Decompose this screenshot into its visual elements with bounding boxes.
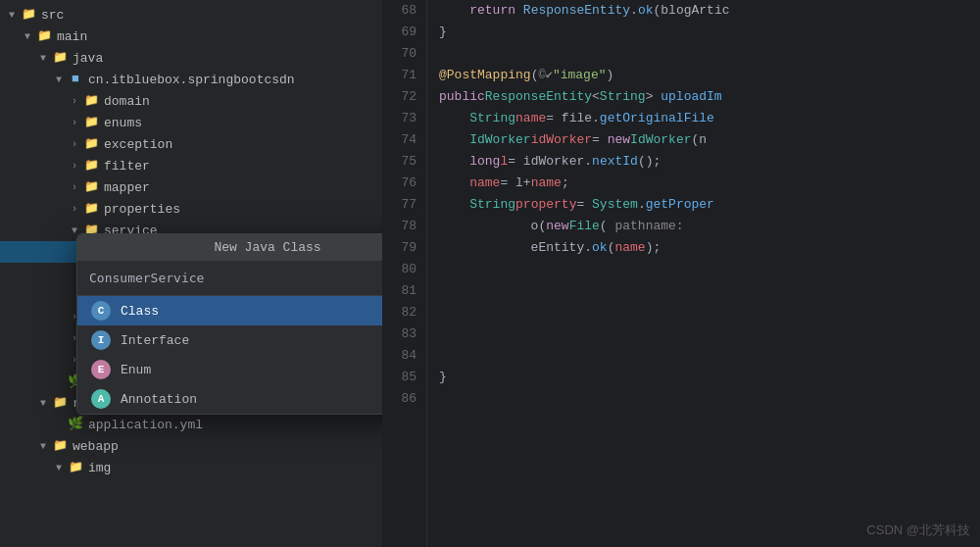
arrow-exception: › bbox=[67, 139, 82, 150]
yaml-icon-application: 🌿 bbox=[67, 416, 84, 433]
code-line-77: String property = System.getProper bbox=[439, 194, 980, 216]
code-line-71: @PostMapping(©✔"image") bbox=[439, 65, 980, 86]
folder-icon-src: 📁 bbox=[20, 6, 37, 24]
folder-icon-img: 📁 bbox=[67, 459, 84, 476]
class-type-icon: C bbox=[91, 301, 111, 321]
arrow-src: ▼ bbox=[4, 10, 20, 21]
code-line-69: } bbox=[439, 22, 980, 43]
tree-label-exception: exception bbox=[104, 137, 172, 152]
arrow-webapp: ▼ bbox=[35, 441, 51, 452]
folder-icon-java: 📁 bbox=[51, 49, 69, 67]
arrow-main: ▼ bbox=[20, 31, 35, 42]
dialog-item-class-label: Class bbox=[121, 304, 159, 319]
arrow-cn: ▼ bbox=[51, 75, 67, 85]
arrow-domain: › bbox=[67, 96, 82, 107]
code-line-68: return ResponseEntity.ok(blogArtic bbox=[439, 0, 980, 22]
tree-item-img[interactable]: ▼ 📁 img bbox=[0, 457, 382, 478]
package-icon-cn: ■ bbox=[67, 71, 84, 88]
folder-icon-filter: 📁 bbox=[82, 157, 100, 174]
tree-item-cn[interactable]: ▼ ■ cn.itbluebox.springbootcsdn bbox=[0, 69, 382, 90]
watermark-text: CSDN @北芳科技 bbox=[866, 522, 970, 537]
tree-item-src[interactable]: ▼ 📁 src bbox=[0, 4, 382, 25]
tree-item-webapp[interactable]: ▼ 📁 webapp bbox=[0, 435, 382, 457]
code-line-84 bbox=[439, 345, 980, 367]
interface-type-icon: I bbox=[91, 330, 111, 350]
tree-item-java[interactable]: ▼ 📁 java bbox=[0, 47, 382, 69]
code-line-81 bbox=[439, 280, 980, 302]
watermark: CSDN @北芳科技 bbox=[866, 522, 970, 539]
arrow-resources: ▼ bbox=[35, 398, 51, 409]
arrow-java: ▼ bbox=[35, 53, 51, 64]
tree-item-enums[interactable]: › 📁 enums bbox=[0, 112, 382, 133]
code-line-75: long l = idWorker.nextId(); bbox=[439, 151, 980, 173]
folder-icon-main: 📁 bbox=[35, 27, 53, 45]
tree-item-exception[interactable]: › 📁 exception bbox=[0, 133, 382, 155]
tree-item-main[interactable]: ▼ 📁 main bbox=[0, 25, 382, 47]
folder-icon-enums: 📁 bbox=[82, 114, 100, 131]
folder-icon-domain: 📁 bbox=[82, 92, 100, 110]
arrow-filter: › bbox=[67, 161, 82, 172]
folder-icon-webapp: 📁 bbox=[51, 437, 69, 455]
tree-item-domain[interactable]: › 📁 domain bbox=[0, 90, 382, 112]
tree-label-cn: cn.itbluebox.springbootcsdn bbox=[88, 73, 295, 87]
tree-label-src: src bbox=[41, 8, 64, 23]
dialog-item-enum-label: Enum bbox=[121, 363, 151, 377]
arrow-img: ▼ bbox=[51, 463, 67, 473]
code-line-70 bbox=[439, 43, 980, 65]
annotation-type-icon: A bbox=[91, 389, 111, 409]
code-line-85: } bbox=[439, 367, 980, 388]
tree-label-mapper: mapper bbox=[104, 180, 150, 195]
folder-icon-properties: 📁 bbox=[82, 200, 100, 218]
tree-label-java: java bbox=[73, 51, 103, 66]
tree-label-application: application.yml bbox=[88, 418, 203, 432]
sidebar: ▼ 📁 src ▼ 📁 main ▼ 📁 java ▼ ■ cn.itblueb… bbox=[0, 0, 382, 547]
code-line-80 bbox=[439, 259, 980, 280]
folder-icon-mapper: 📁 bbox=[82, 178, 100, 196]
line-numbers: 68 69 70 71 72 73 74 75 76 77 78 79 80 8… bbox=[382, 0, 427, 547]
folder-icon-resources: 📁 bbox=[51, 394, 69, 412]
tree-item-application[interactable]: 🌿 application.yml bbox=[0, 414, 382, 435]
dialog-item-annotation-label: Annotation bbox=[121, 392, 197, 407]
folder-icon-exception: 📁 bbox=[82, 135, 100, 153]
code-line-83 bbox=[439, 323, 980, 345]
enum-type-icon: E bbox=[91, 360, 111, 379]
tree-label-main: main bbox=[57, 29, 87, 44]
tree-label-properties: properties bbox=[104, 202, 180, 217]
tree-label-filter: filter bbox=[104, 159, 150, 174]
tree-label-enums: enums bbox=[104, 116, 142, 130]
dialog-item-interface-label: Interface bbox=[121, 333, 189, 348]
tree-item-properties[interactable]: › 📁 properties bbox=[0, 198, 382, 220]
code-line-79: eEntity.ok(name); bbox=[439, 237, 980, 259]
tree-label-webapp: webapp bbox=[73, 439, 119, 454]
code-line-76: name = l+name; bbox=[439, 173, 980, 194]
code-line-74: IdWorker idWorker = new IdWorker(n bbox=[439, 129, 980, 151]
code-line-82 bbox=[439, 302, 980, 323]
tree-item-filter[interactable]: › 📁 filter bbox=[0, 155, 382, 176]
code-line-86 bbox=[439, 388, 980, 410]
code-content: return ResponseEntity.ok(blogArtic } @Po… bbox=[427, 0, 980, 547]
tree-label-domain: domain bbox=[104, 94, 150, 109]
code-line-73: String name = file.getOriginalFile bbox=[439, 108, 980, 129]
code-line-72: public ResponseEntity<String> uploadIm bbox=[439, 86, 980, 108]
arrow-enums: › bbox=[67, 118, 82, 128]
tree-label-img: img bbox=[88, 461, 111, 475]
arrow-mapper: › bbox=[67, 182, 82, 193]
code-editor: 68 69 70 71 72 73 74 75 76 77 78 79 80 8… bbox=[382, 0, 980, 547]
arrow-properties: › bbox=[67, 204, 82, 215]
tree-item-mapper[interactable]: › 📁 mapper bbox=[0, 176, 382, 198]
code-line-78: o(new File( pathname: bbox=[439, 216, 980, 237]
